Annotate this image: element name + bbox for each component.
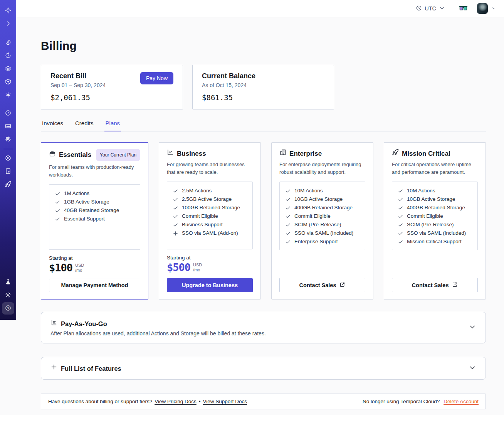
pay-now-button[interactable]: Pay Now <box>140 72 173 84</box>
schedules-icon <box>5 52 12 60</box>
plan-description: For growing teams and businesses that ar… <box>167 161 253 176</box>
full-features-title: Full List of Features <box>61 364 121 373</box>
contact-sales-button[interactable]: Contact Sales <box>392 278 478 292</box>
check-icon <box>398 239 403 245</box>
check-icon <box>398 205 403 211</box>
tab-credits[interactable]: Credits <box>74 120 95 131</box>
plan-feature: 2.5GB Active Storage <box>173 195 247 204</box>
lifebuoy-icon <box>5 155 12 163</box>
sidebar-item-packages[interactable] <box>2 76 14 88</box>
check-icon <box>173 188 178 194</box>
sidebar-item-schedules[interactable] <box>2 50 14 62</box>
check-icon <box>173 214 178 219</box>
page-title: Billing <box>41 17 486 52</box>
tab-invoices[interactable]: Invoices <box>41 120 64 131</box>
check-icon <box>55 208 60 214</box>
feedback-glasses-button[interactable] <box>457 3 469 14</box>
plan-feature: Essential Support <box>55 215 134 223</box>
check-icon <box>285 222 291 228</box>
topbar: UTC <box>16 0 504 17</box>
timezone-selector[interactable]: UTC <box>413 3 448 15</box>
plan-name: Essentials <box>59 150 91 160</box>
theme-toggle-button[interactable] <box>2 289 14 301</box>
pricing-docs-link[interactable]: View Pricing Docs <box>155 399 197 404</box>
support-docs-link[interactable]: View Support Docs <box>203 399 247 404</box>
plan-feature: SCIM (Pre-Release) <box>398 220 472 229</box>
plan-description: For small teams with production-ready wo… <box>49 163 140 179</box>
plan-features: 10M Actions 10GB Active Storage 400GB Re… <box>279 182 365 250</box>
sidebar-item-deployments[interactable] <box>2 63 14 75</box>
plan-features: 10M Actions 10GB Active Storage 400GB Re… <box>392 182 478 250</box>
delete-question: No longer using Temporal Cloud? <box>363 399 440 404</box>
flask-icon <box>5 278 12 286</box>
current-balance-asof: As of Oct 15, 2024 <box>202 82 255 88</box>
temporal-logo-icon <box>5 7 12 15</box>
price-amount: $100 <box>49 262 72 274</box>
tab-plans[interactable]: Plans <box>104 120 121 131</box>
current-plan-badge: Your Current Plan <box>96 149 140 161</box>
sidebar-item-usage[interactable] <box>2 107 14 119</box>
plan-description: For critical operations where uptime and… <box>392 161 478 176</box>
check-icon <box>55 199 60 205</box>
contact-sales-button[interactable]: Contact Sales <box>279 278 365 292</box>
plan-feature: 10GB Active Storage <box>398 195 472 204</box>
check-icon <box>285 197 291 202</box>
billing-tabs: Invoices Credits Plans <box>41 120 486 131</box>
upgrade-business-button[interactable]: Upgrade to Business <box>167 278 253 292</box>
plan-features: 2.5M Actions 2.5GB Active Storage 100GB … <box>167 182 253 249</box>
price-amount: $500 <box>167 261 190 274</box>
delete-account-link[interactable]: Delete Account <box>444 399 479 404</box>
layers-icon <box>5 65 12 73</box>
dollar-circle-icon: $ <box>5 305 12 313</box>
plan-card-enterprise: Enterprise For enterprise deployments re… <box>271 142 373 299</box>
sidebar-item-getting-started[interactable] <box>2 178 14 191</box>
plan-card-business: Business For growing teams and businesse… <box>159 142 261 299</box>
sidebar-item-billing-active[interactable]: $ <box>2 302 14 315</box>
plan-name: Business <box>177 149 206 158</box>
price-currency: USD <box>75 263 84 268</box>
chevron-down-icon <box>491 5 496 12</box>
chevron-down-icon[interactable] <box>469 323 476 332</box>
temporal-logo-button[interactable] <box>2 5 14 17</box>
footer-question: Have questions about billing or support … <box>48 399 152 404</box>
external-link-icon <box>452 282 458 289</box>
sidebar-item-billing-card[interactable] <box>2 120 14 133</box>
check-icon <box>285 214 291 219</box>
plus-icon <box>50 363 57 373</box>
external-link-icon <box>339 282 345 289</box>
rocket-icon <box>392 149 399 158</box>
sidebar-item-labs[interactable] <box>2 276 14 288</box>
chevron-down-icon[interactable] <box>469 364 476 373</box>
plan-feature: Enterprise Support <box>285 237 360 246</box>
account-menu[interactable] <box>477 3 496 14</box>
plan-feature: Commit Eligible <box>398 212 472 220</box>
sidebar-item-namespaces[interactable] <box>2 37 14 49</box>
sidebar-expand-button[interactable] <box>2 18 14 30</box>
check-icon <box>398 231 403 236</box>
sidebar-item-docs[interactable] <box>2 165 14 178</box>
sidebar: $ <box>0 0 16 320</box>
sidebar-item-support[interactable] <box>2 152 14 165</box>
plan-feature: Commit Eligible <box>285 212 360 220</box>
plus-icon <box>173 231 178 236</box>
recent-bill-period: Sep 01 – Sep 30, 2024 <box>50 82 106 88</box>
payg-accordion[interactable]: Pay-As-You-Go After Plan allocations are… <box>41 312 486 343</box>
sidebar-item-nexus[interactable] <box>2 89 14 101</box>
plans-row: Essentials Your Current Plan For small t… <box>41 142 486 299</box>
bar-chart-icon <box>50 319 57 329</box>
check-icon <box>173 197 178 202</box>
full-features-accordion[interactable]: Full List of Features <box>41 357 486 380</box>
sun-icon <box>5 291 12 299</box>
plan-feature: 40GB Retained Storage <box>55 206 134 215</box>
check-icon <box>285 231 291 236</box>
building-icon <box>279 149 286 158</box>
manage-payment-button[interactable]: Manage Payment Method <box>49 279 140 292</box>
plan-feature: Business Support <box>173 220 247 229</box>
cube-icon <box>5 78 12 86</box>
rocket-icon <box>5 181 12 189</box>
plan-price: Starting at $100 USD /mo <box>49 255 140 274</box>
sidebar-item-settings[interactable] <box>2 133 14 146</box>
check-icon <box>55 191 60 197</box>
briefcase-icon <box>49 150 56 160</box>
footer-card: Have questions about billing or support … <box>41 394 486 409</box>
